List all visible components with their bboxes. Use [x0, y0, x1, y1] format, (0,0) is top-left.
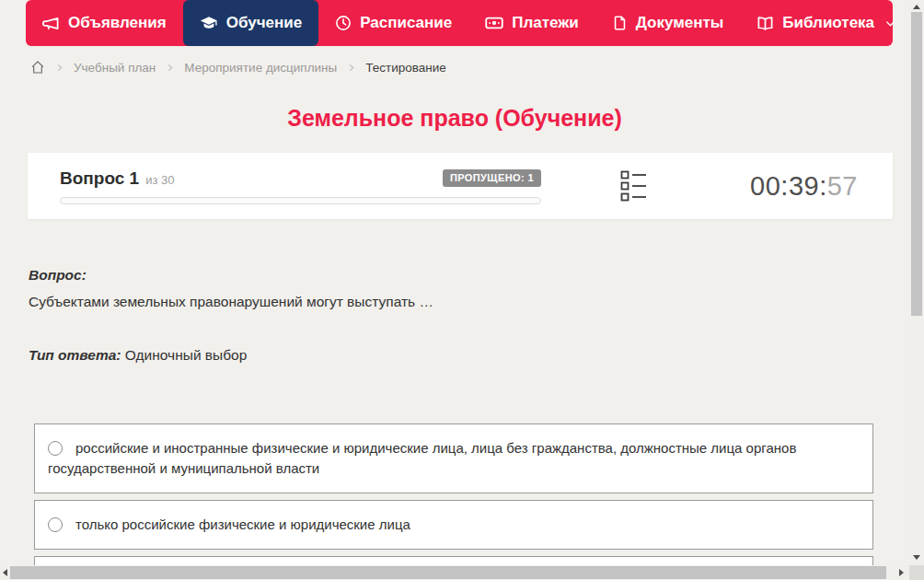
radio-icon[interactable] [48, 441, 63, 456]
banknote-icon [485, 14, 503, 32]
question-number: Вопрос 1из 30 [60, 168, 174, 189]
vertical-scrollbar[interactable] [909, 0, 924, 565]
answer-option-3[interactable] [34, 556, 873, 565]
scroll-left-arrow-icon[interactable] [3, 569, 7, 576]
progress-bar [60, 197, 541, 204]
breadcrumb-discipline-event[interactable]: Мероприятие дисциплины [184, 61, 337, 75]
answer-type-label: Тип ответа: [29, 347, 121, 363]
graduation-cap-icon [200, 14, 218, 32]
question-body: Вопрос: Субъектами земельных правонаруше… [29, 267, 909, 364]
nav-item-label: Документы [636, 14, 724, 32]
nav-item-label: Расписание [360, 14, 452, 32]
nav-item-documents[interactable]: Документы [595, 0, 741, 46]
chevron-right-icon [346, 63, 356, 73]
timer-hours-minutes: 00:39: [750, 171, 827, 201]
answer-options: российские и иностранные физические и юр… [34, 423, 873, 565]
vertical-scrollbar-thumb[interactable] [911, 12, 922, 316]
nav-item-label: Библиотека [782, 14, 874, 32]
horizontal-scrollbar-thumb[interactable] [10, 566, 886, 579]
skipped-badge: ПРОПУЩЕНО: 1 [443, 169, 541, 187]
chevron-down-icon [884, 17, 896, 29]
countdown-timer: 00:39:57 [750, 171, 874, 202]
main-content: Объявления Обучение Расписание Платежи Д… [0, 0, 909, 565]
main-nav: Объявления Обучение Расписание Платежи Д… [26, 0, 893, 46]
nav-item-payments[interactable]: Платежи [468, 0, 595, 46]
scroll-up-arrow-icon[interactable] [913, 5, 920, 9]
clock-icon [335, 15, 352, 31]
nav-item-label: Объявления [68, 14, 167, 32]
breadcrumb-study-plan[interactable]: Учебный план [74, 61, 156, 75]
nav-item-label: Платежи [512, 14, 579, 32]
document-icon [612, 15, 628, 31]
page-title: Земельное право (Обучение) [0, 104, 909, 133]
scrollbar-corner [909, 565, 924, 580]
answer-type-value: Одиночный выбор [125, 347, 248, 363]
book-icon [757, 15, 774, 32]
horizontal-scrollbar[interactable] [0, 565, 909, 580]
question-progress-block: Вопрос 1из 30 ПРОПУЩЕНО: 1 [60, 168, 541, 204]
nav-item-label: Обучение [226, 14, 302, 32]
megaphone-icon [42, 15, 60, 32]
answer-option-1[interactable]: российские и иностранные физические и юр… [34, 423, 873, 493]
nav-item-learning[interactable]: Обучение [183, 0, 318, 46]
answer-option-text: только российские физические и юридическ… [75, 516, 410, 532]
question-number-label: Вопрос 1 [60, 168, 139, 188]
home-icon[interactable] [30, 60, 45, 75]
scroll-down-arrow-icon[interactable] [913, 555, 920, 560]
breadcrumb-testing: Тестирование [365, 61, 446, 75]
question-text: Субъектами земельных правонарушений могу… [29, 292, 909, 311]
question-total-label: из 30 [145, 173, 174, 187]
answer-option-2[interactable]: только российские физические и юридическ… [34, 500, 873, 550]
timer-seconds: 57 [827, 171, 858, 201]
radio-icon[interactable] [48, 517, 63, 532]
nav-item-library[interactable]: Библиотека [740, 0, 909, 46]
nav-item-schedule[interactable]: Расписание [318, 0, 468, 46]
question-panel: Вопрос 1из 30 ПРОПУЩЕНО: 1 00:39:57 [28, 153, 893, 219]
breadcrumb: Учебный план Мероприятие дисциплины Тест… [30, 59, 909, 75]
question-list-icon[interactable] [620, 170, 647, 202]
answer-type: Тип ответа: Одиночный выбор [29, 347, 909, 364]
chevron-right-icon [54, 63, 64, 73]
answer-option-text: российские и иностранные физические и юр… [48, 440, 796, 476]
nav-item-announcements[interactable]: Объявления [26, 0, 183, 46]
question-heading: Вопрос: [29, 267, 909, 284]
chevron-right-icon [165, 63, 175, 73]
scroll-right-arrow-icon[interactable] [899, 569, 904, 576]
